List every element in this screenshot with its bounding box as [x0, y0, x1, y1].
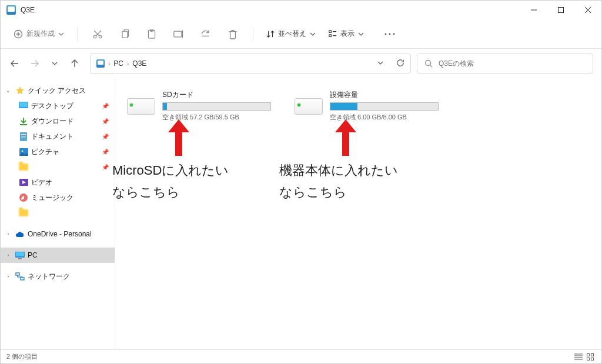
- delete-icon[interactable]: [221, 24, 245, 45]
- sidebar-quick-access[interactable]: ⌄ クイック アクセス: [1, 83, 115, 98]
- annotation-text: MicroSDに入れたい ならこちら: [112, 159, 229, 203]
- more-icon[interactable]: [378, 24, 402, 45]
- drive-internal[interactable]: 設備容量 空き領域 6.00 GB/8.00 GB: [295, 89, 439, 122]
- breadcrumb-current[interactable]: Q3E: [132, 59, 146, 68]
- address-row: › PC › Q3E: [1, 49, 601, 78]
- nav-forward-button[interactable]: [29, 58, 41, 69]
- sidebar-videos[interactable]: ビデオ: [1, 175, 115, 190]
- sidebar-desktop[interactable]: デスクトップ 📌: [1, 98, 115, 113]
- maximize-button[interactable]: [547, 1, 574, 19]
- nav-back-button[interactable]: [9, 58, 21, 69]
- annotation-microsd: MicroSDに入れたい ならこちら: [112, 119, 229, 203]
- pin-icon: 📌: [102, 164, 109, 171]
- star-icon: [15, 85, 25, 96]
- titlebar: Q3E: [1, 1, 601, 19]
- tiles-view-icon[interactable]: [585, 352, 596, 362]
- pc-icon: [15, 250, 25, 261]
- view-button[interactable]: 表示: [324, 26, 369, 41]
- svg-point-11: [389, 33, 391, 35]
- sidebar-item-hidden[interactable]: 📌: [1, 159, 115, 175]
- svg-rect-26: [18, 258, 22, 259]
- sidebar-network[interactable]: › ネットワーク: [1, 269, 115, 284]
- svg-rect-30: [591, 353, 594, 356]
- sidebar-music[interactable]: ミュージック: [1, 190, 115, 205]
- pictures-icon: [18, 146, 29, 157]
- content-pane: SDカード 空き領域 57.2 GB/59.5 GB 設備容量 空き領域 6.0…: [115, 78, 601, 349]
- pin-icon: 📌: [102, 149, 109, 155]
- music-icon: [18, 192, 29, 203]
- svg-rect-31: [587, 358, 590, 360]
- close-button[interactable]: [574, 1, 601, 19]
- pin-icon: 📌: [102, 103, 109, 109]
- refresh-icon[interactable]: [396, 59, 404, 69]
- sidebar-item-hidden[interactable]: [1, 205, 115, 221]
- annotation-text: 機器本体に入れたい ならこちら: [279, 159, 398, 203]
- svg-rect-19: [21, 138, 25, 138]
- svg-rect-28: [21, 278, 24, 280]
- view-label: 表示: [340, 29, 354, 39]
- svg-rect-29: [587, 353, 590, 356]
- sidebar-downloads[interactable]: ダウンロード 📌: [1, 113, 115, 129]
- cloud-icon: [15, 229, 25, 239]
- chevron-down-icon[interactable]: ⌄: [4, 88, 12, 93]
- chevron-right-icon: ›: [108, 61, 110, 67]
- address-dropdown-icon[interactable]: [377, 59, 383, 68]
- sort-label: 並べ替え: [278, 29, 306, 39]
- svg-point-21: [21, 150, 23, 152]
- minimize-button[interactable]: [520, 1, 547, 19]
- search-icon: [424, 59, 433, 68]
- svg-rect-17: [21, 134, 26, 135]
- search-input[interactable]: [439, 59, 586, 68]
- document-icon: [18, 131, 29, 142]
- toolbar: 新規作成 並べ替え 表示: [1, 19, 601, 49]
- pin-icon: 📌: [102, 118, 109, 125]
- copy-icon[interactable]: [113, 24, 136, 45]
- drive-icon: [127, 98, 155, 115]
- svg-point-10: [385, 33, 387, 35]
- sidebar-pictures[interactable]: ピクチャ 📌: [1, 144, 115, 159]
- svg-point-12: [393, 33, 395, 35]
- folder-icon: [18, 162, 29, 172]
- drive-sdcard[interactable]: SDカード 空き領域 57.2 GB/59.5 GB: [127, 89, 271, 122]
- desktop-icon: [18, 101, 29, 111]
- svg-rect-4: [122, 31, 128, 38]
- drive-icon: [295, 98, 323, 115]
- share-icon[interactable]: [194, 24, 218, 45]
- video-icon: [18, 177, 29, 188]
- sidebar-onedrive[interactable]: › OneDrive - Personal: [1, 226, 115, 242]
- nav-history-button[interactable]: [49, 58, 61, 69]
- new-label: 新規作成: [26, 29, 55, 39]
- svg-rect-18: [21, 136, 26, 136]
- cut-icon[interactable]: [86, 24, 109, 45]
- breadcrumb-root[interactable]: PC: [113, 59, 123, 68]
- svg-rect-32: [591, 358, 594, 360]
- separator: [253, 27, 253, 41]
- pin-icon: 📌: [102, 133, 109, 140]
- sidebar-documents[interactable]: ドキュメント 📌: [1, 129, 115, 144]
- svg-rect-27: [16, 273, 19, 275]
- search-box[interactable]: [417, 54, 593, 74]
- chevron-right-icon[interactable]: ›: [4, 273, 12, 279]
- new-button[interactable]: 新規作成: [9, 26, 69, 41]
- drive-capacity-bar: [162, 102, 271, 111]
- address-bar[interactable]: › PC › Q3E: [90, 54, 411, 74]
- paste-icon[interactable]: [140, 24, 163, 45]
- chevron-right-icon[interactable]: ›: [4, 231, 12, 237]
- svg-point-13: [426, 61, 431, 66]
- sidebar-pc[interactable]: › PC: [1, 248, 115, 263]
- chevron-right-icon: ›: [127, 61, 129, 67]
- chevron-right-icon[interactable]: ›: [4, 252, 12, 258]
- svg-rect-16: [20, 132, 27, 141]
- app-icon: [6, 5, 16, 15]
- separator: [77, 27, 78, 41]
- sort-button[interactable]: 並べ替え: [262, 26, 320, 41]
- svg-rect-9: [329, 34, 332, 36]
- drive-name: SDカード: [162, 90, 271, 100]
- download-icon: [18, 116, 29, 126]
- rename-icon[interactable]: [167, 24, 190, 45]
- window-title: Q3E: [21, 6, 35, 14]
- details-view-icon[interactable]: [573, 352, 584, 362]
- nav-up-button[interactable]: [69, 58, 81, 69]
- svg-rect-15: [19, 102, 28, 107]
- window-controls: [520, 1, 601, 19]
